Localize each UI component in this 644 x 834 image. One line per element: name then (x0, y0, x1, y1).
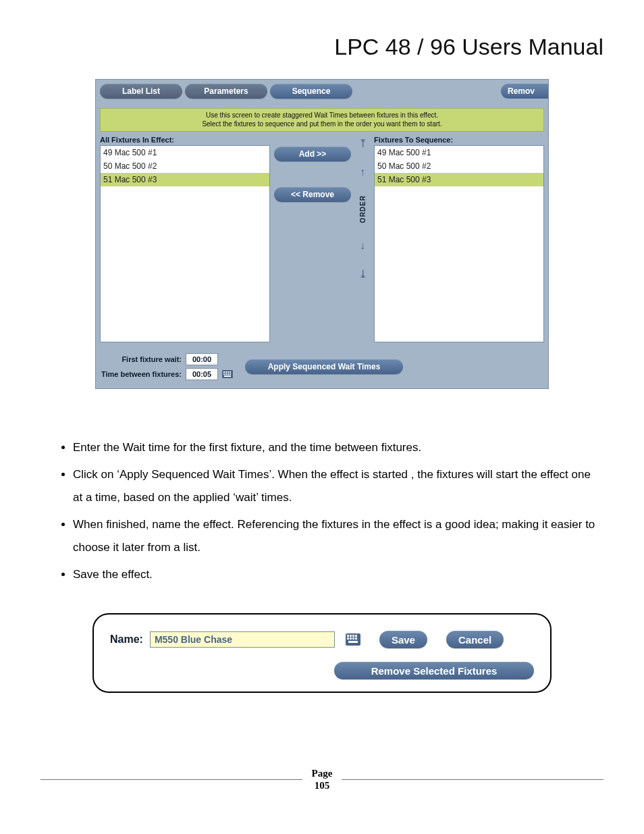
sequence-fixtures-header: Fixtures To Sequence: (374, 134, 544, 145)
save-panel: Name: M550 Blue Chase Save Cancel Remove… (92, 613, 552, 693)
tab-parameters[interactable]: Parameters (185, 84, 267, 99)
sequence-panel: Label List Parameters Sequence Remov Use… (95, 79, 549, 389)
svg-rect-16 (350, 637, 352, 640)
list-item[interactable]: 49 Mac 500 #1 (101, 146, 269, 159)
svg-rect-2 (225, 371, 227, 373)
between-input[interactable]: 00:05 (186, 368, 218, 380)
page-word: Page (312, 767, 333, 779)
move-up-icon[interactable]: ↑ (360, 167, 365, 178)
svg-rect-14 (355, 635, 357, 637)
keyboard-icon[interactable] (222, 370, 233, 378)
svg-rect-5 (223, 373, 225, 375)
svg-rect-17 (352, 637, 354, 640)
add-button[interactable]: Add >> (274, 147, 351, 161)
tab-sequence[interactable]: Sequence (270, 84, 352, 99)
list-item[interactable]: 49 Mac 500 #1 (375, 146, 543, 159)
svg-rect-6 (225, 373, 227, 375)
helper-line-2: Select the fixtures to sequence and put … (106, 120, 538, 129)
move-bottom-icon[interactable]: ⤓ (358, 269, 367, 280)
remove-selected-fixtures-button[interactable]: Remove Selected Fixtures (334, 662, 534, 679)
svg-rect-8 (230, 373, 231, 375)
list-item[interactable]: 50 Mac 500 #2 (101, 159, 269, 173)
move-top-icon[interactable]: ⤒ (358, 138, 367, 149)
instruction-item: When finished, name the effect. Referenc… (73, 513, 597, 559)
cancel-button[interactable]: Cancel (446, 631, 504, 648)
all-fixtures-header: All Fixtures In Effect: (100, 134, 270, 145)
order-label: ORDER (359, 195, 367, 223)
list-item[interactable]: 51 Mac 500 #3 (101, 173, 269, 186)
svg-rect-3 (227, 371, 229, 373)
svg-rect-1 (223, 371, 225, 373)
helper-text: Use this screen to create staggered Wait… (100, 108, 544, 132)
svg-rect-18 (355, 637, 357, 640)
instruction-item: Click on ‘Apply Sequenced Wait Times’. W… (73, 463, 597, 509)
page-number: 105 (312, 779, 333, 791)
move-down-icon[interactable]: ↓ (360, 240, 365, 251)
all-fixtures-list[interactable]: 49 Mac 500 #150 Mac 500 #251 Mac 500 #3 (100, 145, 270, 342)
order-controls: ⤒ ↑ ORDER ↓ ⤓ (355, 134, 370, 342)
list-item[interactable]: 51 Mac 500 #3 (375, 173, 543, 186)
instruction-list: Enter the Wait time for the first fixtur… (47, 436, 597, 586)
name-label: Name: (110, 633, 143, 646)
remove-button[interactable]: << Remove (274, 187, 351, 202)
svg-rect-19 (348, 641, 358, 643)
apply-sequenced-button[interactable]: Apply Sequenced Wait Times (245, 359, 403, 374)
first-wait-input[interactable]: 00:00 (186, 353, 218, 365)
remove-button-cut[interactable]: Remov (501, 84, 548, 99)
instruction-item: Save the effect. (73, 563, 597, 586)
svg-rect-12 (350, 635, 352, 637)
sequence-fixtures-list[interactable]: 49 Mac 500 #150 Mac 500 #251 Mac 500 #3 (374, 145, 544, 342)
list-item[interactable]: 50 Mac 500 #2 (375, 159, 543, 173)
svg-rect-7 (227, 373, 229, 375)
svg-rect-13 (352, 635, 354, 637)
svg-rect-11 (347, 635, 349, 637)
tab-label-list[interactable]: Label List (100, 84, 182, 99)
save-button[interactable]: Save (379, 631, 427, 648)
svg-rect-9 (224, 375, 231, 377)
svg-rect-15 (347, 637, 349, 640)
tab-bar: Label List Parameters Sequence Remov (96, 80, 548, 105)
document-title: LPC 48 / 96 Users Manual (41, 34, 603, 60)
svg-rect-4 (230, 371, 231, 373)
keyboard-icon[interactable] (346, 633, 360, 646)
name-input[interactable]: M550 Blue Chase (150, 631, 335, 648)
instruction-item: Enter the Wait time for the first fixtur… (73, 436, 597, 459)
helper-line-1: Use this screen to create staggered Wait… (106, 111, 538, 120)
between-label: Time between fixtures: (101, 370, 182, 378)
first-wait-label: First fixture wait: (101, 355, 182, 363)
page-footer: Page 105 (41, 767, 603, 791)
